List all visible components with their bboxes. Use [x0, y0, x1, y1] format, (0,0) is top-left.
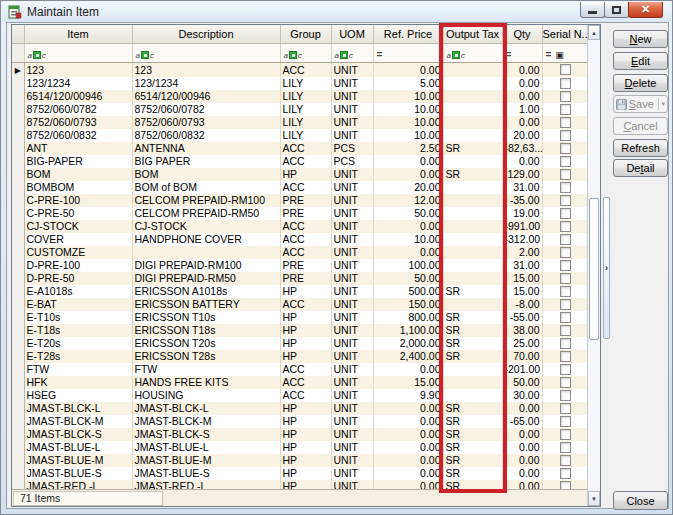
filter-description[interactable]: ac	[132, 43, 280, 62]
serial-checkbox[interactable]	[560, 64, 571, 75]
table-row[interactable]: BOMBOMHPUNIT0.00SR129.00	[12, 168, 587, 181]
table-row[interactable]: 123/1234123/1234LILYUNIT5.000.00	[12, 77, 587, 90]
table-row[interactable]: 8752/060/08328752/060/0832LILYUNIT10.002…	[12, 129, 587, 142]
table-row[interactable]: COVERHANDPHONE COVERACCUNIT10.00-312.00	[12, 233, 587, 246]
delete-button[interactable]: Delete	[613, 74, 668, 92]
serial-checkbox[interactable]	[560, 338, 571, 349]
table-row[interactable]: HSEGHOUSINGACCUNIT9.9030.00	[12, 389, 587, 402]
close-button[interactable]: Close	[613, 491, 668, 510]
scroll-down-button[interactable]: ▼	[588, 491, 600, 506]
table-row[interactable]: ANTANTENNAACCPCS2.50SR-82,63...	[12, 142, 587, 155]
serial-checkbox[interactable]	[560, 182, 571, 193]
table-row[interactable]: BIG-PAPERBIG PAPERACCPCS0.000.00	[12, 155, 587, 168]
serial-checkbox[interactable]	[560, 247, 571, 258]
scrollbar-thumb[interactable]	[589, 198, 599, 340]
serial-checkbox[interactable]	[560, 325, 571, 336]
serial-checkbox[interactable]	[560, 130, 571, 141]
column-header-uom[interactable]: UOM	[331, 25, 373, 43]
column-header-qty[interactable]: Qty	[502, 25, 542, 43]
table-row[interactable]: FTWFTWACCUNIT0.00-201.00	[12, 363, 587, 376]
cell: UNIT	[331, 62, 373, 77]
column-header-item[interactable]: Item	[24, 25, 132, 43]
table-row[interactable]: JMAST-BLUE-MJMAST-BLUE-MHPUNIT0.00SR0.00	[12, 454, 587, 467]
maximize-button[interactable]	[604, 2, 629, 18]
serial-checkbox[interactable]	[560, 442, 571, 453]
table-row[interactable]: 8752/060/07938752/060/0793LILYUNIT10.000…	[12, 116, 587, 129]
table-row[interactable]: E-T18sERICSSON T18sHPUNIT1,100.00SR38.00	[12, 324, 587, 337]
filter-item[interactable]: ac	[24, 43, 132, 62]
serial-checkbox[interactable]	[560, 273, 571, 284]
filter-group[interactable]: ac	[280, 43, 331, 62]
filter-output-tax[interactable]: ac	[443, 43, 502, 62]
table-row[interactable]: ▶123123ACCUNIT0.000.00	[12, 62, 587, 77]
table-row[interactable]: JMAST-BLCK-SJMAST-BLCK-SHPUNIT0.00SR0.00	[12, 428, 587, 441]
serial-checkbox[interactable]	[560, 169, 571, 180]
vertical-scrollbar[interactable]: ▲ ▼	[587, 25, 600, 506]
column-header-description[interactable]: Description	[132, 25, 280, 43]
serial-checkbox[interactable]	[560, 208, 571, 219]
serial-checkbox[interactable]	[560, 403, 571, 414]
table-row[interactable]: 6514/120/009466514/120/00946LILYUNIT10.0…	[12, 90, 587, 103]
serial-checkbox[interactable]	[560, 351, 571, 362]
serial-checkbox[interactable]	[560, 156, 571, 167]
table-row[interactable]: HFKHANDS FREE KITSACCUNIT15.0050.00	[12, 376, 587, 389]
serial-checkbox[interactable]	[560, 91, 571, 102]
serial-checkbox[interactable]	[560, 117, 571, 128]
table-row[interactable]: E-A1018sERICSSON A1018sHPUNIT500.00SR15.…	[12, 285, 587, 298]
serial-checkbox[interactable]	[560, 455, 571, 466]
table-row[interactable]: E-BATERICSSON BATTERYACCUNIT150.00-8.00	[12, 298, 587, 311]
table-row[interactable]: C-PRE-50CELCOM PREPAID-RM50PREUNIT50.001…	[12, 207, 587, 220]
serial-checkbox[interactable]	[560, 468, 571, 479]
filter-qty[interactable]: =	[502, 43, 542, 62]
column-header-serial[interactable]: Serial N...	[542, 25, 587, 43]
column-header-ref-price[interactable]: Ref. Price	[373, 25, 443, 43]
edit-button[interactable]: Edit	[613, 52, 668, 70]
serial-checkbox[interactable]	[560, 104, 571, 115]
serial-checkbox[interactable]	[560, 234, 571, 245]
save-button[interactable]: Save ▾	[613, 95, 668, 113]
serial-checkbox[interactable]	[560, 429, 571, 440]
table-row[interactable]: JMAST-BLUE-SJMAST-BLUE-SHPUNIT0.00SR0.00	[12, 467, 587, 480]
serial-checkbox[interactable]	[560, 299, 571, 310]
serial-checkbox[interactable]	[560, 78, 571, 89]
serial-checkbox[interactable]	[560, 143, 571, 154]
serial-checkbox[interactable]	[560, 286, 571, 297]
column-header-output-tax[interactable]: Output Tax	[443, 25, 502, 43]
table-row[interactable]: E-T20sERICSSON T20sHPUNIT2,000.00SR25.00	[12, 337, 587, 350]
minimize-button[interactable]	[580, 2, 605, 18]
table-row[interactable]: E-T10sERICSSON T10sHPUNIT800.00SR-55.00	[12, 311, 587, 324]
new-button[interactable]: New	[613, 30, 668, 48]
filter-ref-price[interactable]: =	[373, 43, 443, 62]
serial-checkbox[interactable]	[560, 390, 571, 401]
column-header-group[interactable]: Group	[280, 25, 331, 43]
close-window-button[interactable]: ✕	[628, 2, 663, 18]
serial-checkbox[interactable]	[560, 312, 571, 323]
table-row[interactable]: JMAST-RED -LJMAST-RED -LHPUNIT0.00SR0.00	[12, 480, 587, 490]
save-dropdown-icon[interactable]: ▾	[661, 100, 665, 108]
table-row[interactable]: 8752/060/07828752/060/0782LILYUNIT10.001…	[12, 103, 587, 116]
cancel-button[interactable]: Cancel	[613, 117, 668, 135]
serial-checkbox[interactable]	[560, 416, 571, 427]
serial-checkbox[interactable]	[560, 195, 571, 206]
serial-checkbox[interactable]	[560, 364, 571, 375]
table-row[interactable]: JMAST-BLCK-LJMAST-BLCK-LHPUNIT0.00SR0.00	[12, 402, 587, 415]
table-row[interactable]: CUSTOMZEACCUNIT0.002.00	[12, 246, 587, 259]
table-row[interactable]: D-PRE-100DIGI PREPAID-RM100PREUNIT100.00…	[12, 259, 587, 272]
filter-serial[interactable]: =▣	[542, 43, 587, 62]
serial-checkbox[interactable]	[560, 260, 571, 271]
table-row[interactable]: JMAST-BLCK-MJMAST-BLCK-MHPUNIT0.00SR-65.…	[12, 415, 587, 428]
serial-checkbox[interactable]	[560, 377, 571, 388]
detail-button[interactable]: Detail	[613, 159, 668, 177]
scroll-up-button[interactable]: ▲	[588, 25, 600, 40]
panel-expand-splitter[interactable]: ›	[603, 197, 610, 339]
serial-checkbox[interactable]	[560, 481, 571, 490]
serial-checkbox[interactable]	[560, 221, 571, 232]
table-row[interactable]: CJ-STOCKCJ-STOCKACCUNIT0.00-991.00	[12, 220, 587, 233]
table-row[interactable]: E-T28sERICSSON T28sHPUNIT2,400.00SR70.00	[12, 350, 587, 363]
table-row[interactable]: JMAST-BLUE-LJMAST-BLUE-LHPUNIT0.00SR0.00	[12, 441, 587, 454]
table-row[interactable]: C-PRE-100CELCOM PREPAID-RM100PREUNIT12.0…	[12, 194, 587, 207]
table-row[interactable]: BOMBOMBOM of BOMACCUNIT20.0031.00	[12, 181, 587, 194]
filter-uom[interactable]: ac	[331, 43, 373, 62]
table-row[interactable]: D-PRE-50DIGI PREPAID-RM50PREUNIT50.0015.…	[12, 272, 587, 285]
refresh-button[interactable]: Refresh	[613, 139, 668, 157]
